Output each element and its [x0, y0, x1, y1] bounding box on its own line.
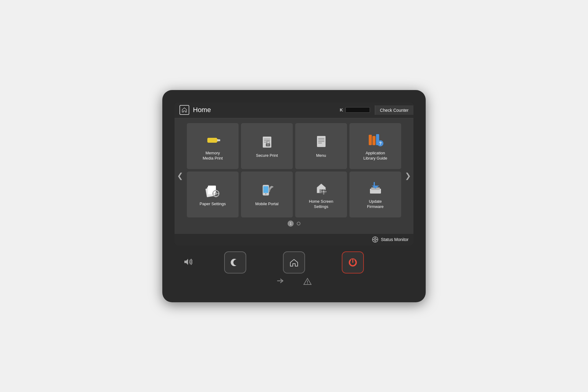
check-counter-button[interactable]: Check Counter [375, 105, 413, 115]
lock-doc-icon [258, 135, 276, 149]
ink-label: K [340, 107, 343, 112]
svg-text:?: ? [379, 141, 382, 146]
svg-rect-29 [263, 186, 268, 193]
tile-memory-media-print[interactable]: MemoryMedia Print [187, 123, 239, 169]
power-button[interactable] [342, 251, 364, 273]
tile-label-update-firmware: UpdateFirmware [367, 199, 383, 209]
tile-application-library-guide[interactable]: ? ApplicationLibrary Guide [349, 123, 401, 169]
svg-marker-47 [184, 259, 188, 265]
svg-rect-15 [372, 136, 375, 145]
bottom-indicators [276, 277, 312, 287]
update-box-icon [367, 181, 384, 195]
speaker-icon [184, 258, 192, 267]
screen: Home K Check Counter ❮ ❯ [175, 102, 413, 245]
page-dot-2[interactable] [297, 222, 300, 225]
status-monitor-label: Status Monitor [381, 237, 409, 242]
svg-rect-24 [215, 190, 217, 191]
svg-rect-26 [212, 193, 214, 194]
warning-icon [303, 277, 312, 287]
hardware-area [175, 251, 413, 287]
paper-gear-icon [204, 183, 221, 198]
ink-bar [345, 107, 370, 113]
status-monitor-icon [372, 236, 379, 243]
home-button[interactable] [283, 251, 305, 273]
tile-label-paper-settings: Paper Settings [200, 202, 226, 207]
svg-rect-14 [369, 135, 372, 145]
tile-update-firmware[interactable]: UpdateFirmware [349, 172, 401, 217]
ink-bar-fill [346, 107, 370, 112]
sleep-button[interactable] [224, 251, 246, 273]
svg-point-33 [322, 190, 325, 193]
tile-label-memory-media-print: MemoryMedia Print [203, 151, 223, 161]
tile-menu[interactable]: Menu [295, 123, 347, 169]
ink-level-area: K [340, 107, 370, 113]
mobile-wifi-icon [258, 183, 276, 198]
svg-rect-25 [215, 196, 217, 197]
books-question-icon: ? [367, 132, 384, 147]
tile-label-secure-print: Secure Print [256, 153, 278, 158]
pagination: 1 [179, 217, 409, 228]
nav-arrow-right[interactable]: ❯ [402, 169, 413, 183]
header-right: Check Counter [375, 105, 413, 115]
tile-secure-print[interactable]: Secure Print [241, 123, 293, 169]
menu-doc-icon [313, 135, 330, 149]
tile-label-application-library-guide: ApplicationLibrary Guide [363, 151, 387, 161]
header-bar: Home K Check Counter [175, 102, 413, 118]
tile-label-home-screen-settings: Home ScreenSettings [309, 199, 333, 209]
device-body: Home K Check Counter ❮ ❯ [162, 90, 426, 302]
svg-rect-35 [323, 193, 324, 194]
tile-mobile-portal[interactable]: Mobile Portal [241, 172, 293, 217]
forward-arrow-icon [276, 277, 285, 287]
main-content: ❮ ❯ MemoryMedia Print [175, 118, 413, 233]
tile-paper-settings[interactable]: Paper Settings [187, 172, 239, 217]
usb-icon [204, 132, 221, 147]
hw-buttons-row [175, 251, 413, 273]
svg-rect-21 [208, 186, 216, 194]
svg-rect-0 [207, 138, 217, 143]
page-dot-1[interactable]: 1 [288, 221, 294, 227]
svg-rect-2 [217, 139, 220, 141]
nav-arrow-left[interactable]: ❮ [175, 169, 186, 183]
svg-point-51 [307, 283, 308, 284]
status-bar: Status Monitor [175, 233, 413, 245]
svg-rect-34 [323, 189, 324, 190]
svg-rect-37 [325, 191, 326, 192]
tile-label-menu: Menu [316, 153, 326, 158]
svg-rect-36 [321, 191, 322, 192]
svg-point-23 [215, 192, 217, 195]
svg-point-8 [267, 144, 269, 145]
svg-point-30 [265, 193, 266, 194]
svg-point-42 [375, 239, 375, 240]
house-gear-icon [313, 181, 330, 195]
tile-label-mobile-portal: Mobile Portal [255, 202, 279, 207]
tile-home-screen-settings[interactable]: Home ScreenSettings [295, 172, 347, 217]
svg-rect-27 [217, 193, 219, 194]
home-icon [179, 105, 189, 115]
app-grid: MemoryMedia Print [187, 123, 401, 217]
screen-title: Home [193, 106, 340, 114]
